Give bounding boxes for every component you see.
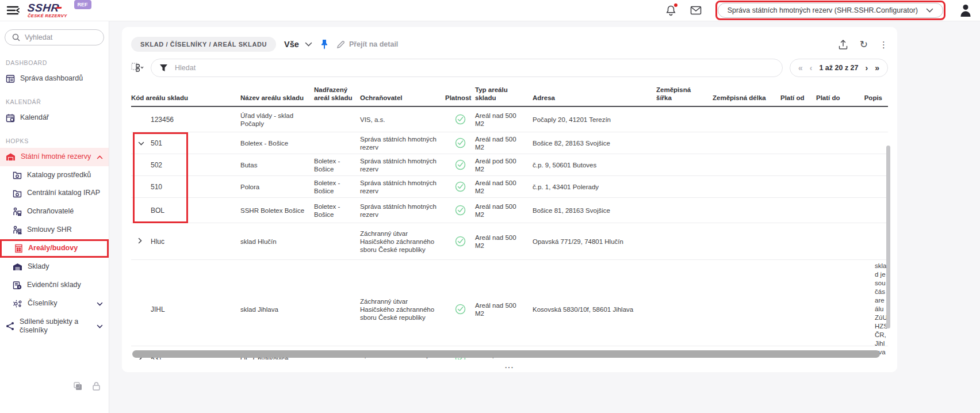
content-card: SKLAD / ČÍSELNÍKY / AREÁL SKLADU Vše Pře… — [122, 27, 897, 372]
sidebar-item-st-tn-hmotn-rezervy[interactable]: Státní hmotné rezervy — [0, 148, 109, 166]
row-expand-icon[interactable] — [138, 238, 142, 246]
cell-address: č.p. 9, 50601 Butoves — [533, 159, 656, 171]
sidebar-item-label: Ochraňovatelé — [27, 207, 74, 216]
column-header[interactable]: Název areálu skladu — [240, 82, 314, 106]
first-page-button[interactable]: « — [798, 63, 803, 72]
pin-icon[interactable] — [320, 39, 328, 49]
cell-custodian: Správa státních hmotných rezerv — [360, 155, 445, 175]
sidebar-item-eviden-n-sklady[interactable]: Evidenční sklady — [0, 276, 109, 295]
cell-address: č.p. 1, 43401 Polerady — [533, 181, 656, 193]
sidebar-item-ochra-ovatel[interactable]: Ochraňovatelé — [0, 202, 109, 221]
cell-description — [862, 240, 888, 243]
column-header[interactable]: Typ areálu skladu — [475, 82, 533, 106]
sidebar-section-label: DASHBOARD — [0, 49, 109, 70]
refresh-icon[interactable]: ↻ — [860, 40, 868, 49]
export-icon[interactable] — [838, 39, 848, 50]
table-search[interactable] — [151, 59, 783, 77]
column-header[interactable]: Adresa — [533, 82, 656, 106]
notification-dot — [674, 3, 677, 7]
more-options-icon[interactable]: ⋮ — [879, 40, 888, 49]
column-header[interactable]: Platnost — [445, 82, 475, 106]
table-search-input[interactable] — [175, 64, 774, 72]
load-more-indicator[interactable]: ... — [122, 360, 897, 372]
sidebar-item-centr-ln-katalog-irap[interactable]: Centrální katalog IRAP — [0, 184, 109, 202]
cell-valid-from — [780, 209, 816, 212]
sidebar-search[interactable] — [5, 29, 104, 45]
sidebar-item-label: Sklady — [28, 262, 49, 271]
user-avatar-icon[interactable] — [959, 3, 972, 17]
sidebar-item-spr-va-dashboard[interactable]: Správa dashboardů — [0, 70, 109, 88]
cell-longitude — [713, 185, 780, 189]
table-header-row: Kód areálu skladuNázev areálu skladuNadř… — [131, 82, 888, 107]
cell-validity — [445, 179, 475, 194]
sidebar: DASHBOARDSpráva dashboardůKALENDÁŘKalend… — [0, 21, 109, 413]
sidebar-item-sd-len-subjekty-a-seln-ky[interactable]: Sdílené subjekty a číselníky — [0, 313, 109, 340]
mail-icon[interactable] — [690, 6, 702, 15]
view-selector[interactable]: Vše — [284, 40, 312, 49]
cell-type: Areál pod 500 M2 — [475, 155, 533, 175]
column-chooser-icon[interactable] — [131, 63, 144, 73]
cell-valid-to — [816, 240, 862, 243]
column-header[interactable]: Nadřazený areál skladu — [314, 82, 360, 106]
cell-description — [862, 185, 888, 189]
sidebar-search-input[interactable] — [25, 33, 97, 41]
check-circle-icon — [455, 236, 466, 247]
cell-longitude — [713, 240, 780, 243]
copy-pages-icon[interactable] — [73, 381, 83, 391]
column-header[interactable]: Zeměpisná délka — [713, 82, 780, 106]
cell-address: Kosovská 5830/10f, 58601 Jihlava — [533, 304, 656, 315]
table-row[interactable]: BOLSSHR Boletex BošiceBoletex - BošiceSp… — [131, 198, 888, 223]
hamburger-menu-icon[interactable] — [6, 5, 21, 16]
table-row[interactable]: Hlucsklad HlučínZáchranný útvar Hasičské… — [131, 223, 888, 260]
table: Kód areálu skladuNázev areálu skladuNadř… — [131, 82, 888, 372]
cell-latitude — [656, 142, 713, 145]
vertical-scrollbar[interactable] — [886, 146, 890, 328]
go-to-detail-link[interactable]: Přejít na detail — [336, 40, 398, 49]
next-page-button[interactable]: › — [866, 63, 868, 72]
cell-type: Areál nad 500 M2 — [475, 300, 533, 319]
notifications-bell-icon[interactable] — [665, 5, 676, 16]
sidebar-item-are-ly-budovy[interactable]: Areály/budovy — [0, 239, 109, 258]
column-header[interactable]: Platí od — [780, 82, 816, 106]
cell-address: Počaply 20, 41201 Terezín — [533, 114, 656, 125]
sidebar-item-katalogy-prost-edk[interactable]: Katalogy prostředků — [0, 166, 109, 185]
cell-valid-to — [816, 308, 862, 311]
role-selector-dropdown[interactable]: Správa státních hmotných rezerv (SHR.SSH… — [718, 3, 943, 18]
cell-type: Areál nad 500 M2 — [475, 133, 533, 153]
table-row[interactable]: 501Boletex - BošiceSpráva státních hmotn… — [131, 132, 888, 154]
cell-valid-to — [816, 185, 862, 189]
column-header[interactable]: Popis — [862, 82, 888, 106]
sidebar-item-kalend[interactable]: Kalendář — [0, 109, 109, 127]
table-row[interactable]: JIHLsklad JihlavaZáchranný útvar Hasičsk… — [131, 260, 888, 346]
row-collapse-icon[interactable] — [138, 139, 144, 147]
table-row[interactable]: 502ButasBoletex - BošiceSpráva státních … — [131, 154, 888, 176]
previous-page-button[interactable]: ‹ — [810, 63, 813, 72]
horizontal-scrollbar[interactable] — [132, 350, 880, 358]
top-bar: SSHR ČESKÉ REZERVY REF Správa státních h… — [0, 0, 980, 21]
column-header[interactable]: Ochraňovatel — [360, 82, 445, 106]
cell-name: Úřad vlády - sklad Počaply — [240, 110, 314, 129]
ref-badge: REF — [74, 0, 91, 9]
sidebar-item-smlouvy-shr[interactable]: Smlouvy SHR — [0, 221, 109, 239]
role-selector-value: Správa státních hmotných rezerv (SHR.SSH… — [728, 6, 918, 14]
logo-title: SSHR — [27, 2, 68, 13]
check-circle-icon — [455, 181, 466, 192]
annotation-box-role-selector: Správa státních hmotných rezerv (SHR.SSH… — [715, 1, 945, 20]
table-row[interactable]: 123456Úřad vlády - sklad PočaplyVIS, a.s… — [131, 107, 888, 132]
table-row[interactable]: 510PoloraBoletex - BošiceSpráva státních… — [131, 176, 888, 198]
lock-icon[interactable] — [92, 381, 101, 391]
cell-custodian: Záchranný útvar Hasičského záchranného s… — [360, 296, 445, 323]
sidebar-item-seln-ky[interactable]: Číselníky — [0, 295, 109, 313]
sidebar-item-sklady[interactable]: Sklady — [0, 258, 109, 276]
cell-valid-to — [816, 209, 862, 212]
cell-code: BOL — [131, 205, 240, 216]
column-header[interactable]: Platí do — [816, 82, 862, 106]
cell-description — [862, 163, 888, 167]
column-header[interactable]: Kód areálu skladu — [131, 82, 240, 106]
cell-validity — [445, 158, 475, 172]
last-page-button[interactable]: » — [875, 63, 879, 72]
column-header[interactable]: Zeměpisná šířka — [656, 82, 713, 106]
cell-latitude — [656, 185, 713, 189]
cell-name: sklad Hlučín — [240, 236, 314, 247]
cell-name: sklad Jihlava — [240, 304, 314, 315]
